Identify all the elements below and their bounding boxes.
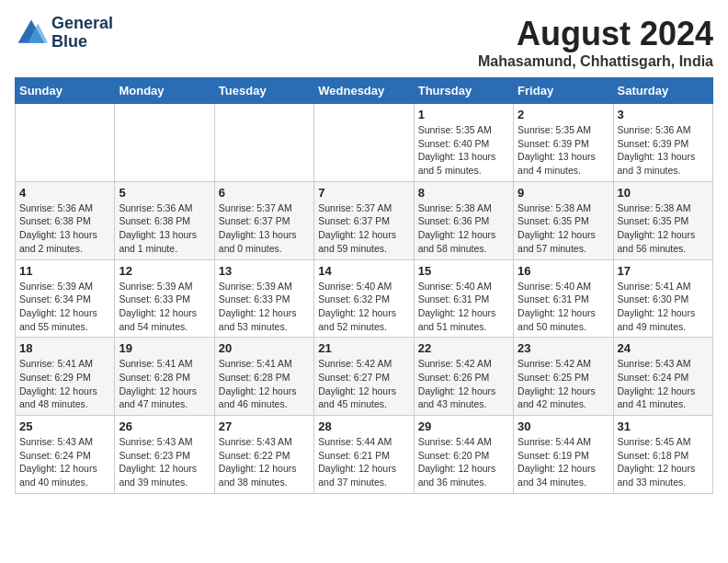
calendar-week-1: 1Sunrise: 5:35 AMSunset: 6:40 PMDaylight… (16, 104, 713, 182)
day-number: 16 (518, 264, 609, 278)
calendar-body: 1Sunrise: 5:35 AMSunset: 6:40 PMDaylight… (16, 104, 713, 494)
day-number: 2 (518, 108, 609, 121)
day-number: 25 (19, 419, 110, 433)
day-info: Sunrise: 5:37 AMSunset: 6:37 PMDaylight:… (318, 201, 409, 256)
day-number: 7 (318, 186, 409, 200)
calendar-cell (16, 104, 115, 182)
calendar-cell: 14Sunrise: 5:40 AMSunset: 6:32 PMDayligh… (314, 259, 414, 338)
logo-icon (15, 17, 48, 50)
calendar-cell: 4Sunrise: 5:36 AMSunset: 6:38 PMDaylight… (16, 181, 115, 259)
calendar-cell: 20Sunrise: 5:41 AMSunset: 6:28 PMDayligh… (214, 338, 313, 416)
calendar-cell: 10Sunrise: 5:38 AMSunset: 6:35 PMDayligh… (613, 181, 712, 259)
calendar-cell: 28Sunrise: 5:44 AMSunset: 6:21 PMDayligh… (314, 416, 414, 494)
day-info: Sunrise: 5:39 AMSunset: 6:33 PMDaylight:… (219, 280, 310, 334)
calendar-cell: 6Sunrise: 5:37 AMSunset: 6:37 PMDaylight… (214, 181, 313, 259)
calendar-cell: 26Sunrise: 5:43 AMSunset: 6:23 PMDayligh… (115, 416, 214, 494)
day-info: Sunrise: 5:37 AMSunset: 6:37 PMDaylight:… (219, 201, 310, 256)
calendar-cell: 15Sunrise: 5:40 AMSunset: 6:31 PMDayligh… (414, 259, 513, 338)
day-number: 23 (518, 341, 609, 355)
day-number: 30 (518, 419, 609, 433)
calendar-cell: 16Sunrise: 5:40 AMSunset: 6:31 PMDayligh… (514, 259, 613, 338)
day-number: 11 (19, 264, 110, 278)
day-info: Sunrise: 5:41 AMSunset: 6:30 PMDaylight:… (618, 280, 709, 334)
day-info: Sunrise: 5:42 AMSunset: 6:26 PMDaylight:… (418, 357, 509, 411)
day-info: Sunrise: 5:42 AMSunset: 6:25 PMDaylight:… (518, 357, 609, 411)
day-number: 29 (418, 419, 509, 433)
day-info: Sunrise: 5:44 AMSunset: 6:19 PMDaylight:… (518, 435, 609, 489)
day-number: 21 (318, 341, 409, 355)
day-number: 18 (19, 341, 110, 355)
day-info: Sunrise: 5:42 AMSunset: 6:27 PMDaylight:… (318, 357, 409, 411)
day-info: Sunrise: 5:36 AMSunset: 6:38 PMDaylight:… (119, 201, 210, 256)
calendar-cell: 9Sunrise: 5:38 AMSunset: 6:35 PMDaylight… (514, 181, 613, 259)
day-info: Sunrise: 5:38 AMSunset: 6:35 PMDaylight:… (518, 201, 609, 256)
day-info: Sunrise: 5:45 AMSunset: 6:18 PMDaylight:… (618, 435, 709, 489)
day-number: 31 (618, 419, 709, 433)
calendar-cell: 17Sunrise: 5:41 AMSunset: 6:30 PMDayligh… (613, 259, 712, 338)
calendar-cell: 31Sunrise: 5:45 AMSunset: 6:18 PMDayligh… (613, 416, 712, 494)
title-area: August 2024 Mahasamund, Chhattisgarh, In… (478, 15, 713, 70)
calendar-cell: 2Sunrise: 5:35 AMSunset: 6:39 PMDaylight… (514, 104, 613, 182)
calendar-cell: 19Sunrise: 5:41 AMSunset: 6:28 PMDayligh… (115, 338, 214, 416)
day-info: Sunrise: 5:41 AMSunset: 6:29 PMDaylight:… (19, 357, 110, 411)
calendar-cell (314, 104, 414, 182)
weekday-header-thursday: Thursday (414, 78, 513, 104)
calendar-cell: 24Sunrise: 5:43 AMSunset: 6:24 PMDayligh… (613, 338, 712, 416)
day-info: Sunrise: 5:41 AMSunset: 6:28 PMDaylight:… (219, 357, 310, 411)
day-info: Sunrise: 5:40 AMSunset: 6:32 PMDaylight:… (318, 280, 409, 334)
day-info: Sunrise: 5:44 AMSunset: 6:21 PMDaylight:… (318, 435, 409, 489)
day-number: 24 (618, 341, 709, 355)
day-number: 26 (119, 419, 210, 433)
weekday-header-tuesday: Tuesday (214, 78, 313, 104)
calendar-week-2: 4Sunrise: 5:36 AMSunset: 6:38 PMDaylight… (16, 181, 713, 259)
calendar-cell: 21Sunrise: 5:42 AMSunset: 6:27 PMDayligh… (314, 338, 414, 416)
day-number: 3 (618, 108, 709, 121)
day-info: Sunrise: 5:43 AMSunset: 6:22 PMDaylight:… (219, 435, 310, 489)
calendar-cell: 29Sunrise: 5:44 AMSunset: 6:20 PMDayligh… (414, 416, 513, 494)
calendar-cell: 1Sunrise: 5:35 AMSunset: 6:40 PMDaylight… (414, 104, 513, 182)
day-info: Sunrise: 5:36 AMSunset: 6:38 PMDaylight:… (19, 201, 110, 256)
calendar-cell: 22Sunrise: 5:42 AMSunset: 6:26 PMDayligh… (414, 338, 513, 416)
day-number: 6 (219, 186, 310, 200)
day-number: 17 (618, 264, 709, 278)
day-info: Sunrise: 5:43 AMSunset: 6:24 PMDaylight:… (19, 435, 110, 489)
day-number: 5 (119, 186, 210, 200)
day-number: 19 (119, 341, 210, 355)
calendar-week-4: 18Sunrise: 5:41 AMSunset: 6:29 PMDayligh… (16, 338, 713, 416)
day-info: Sunrise: 5:44 AMSunset: 6:20 PMDaylight:… (418, 435, 509, 489)
day-number: 14 (318, 264, 409, 278)
calendar-cell: 30Sunrise: 5:44 AMSunset: 6:19 PMDayligh… (514, 416, 613, 494)
day-info: Sunrise: 5:40 AMSunset: 6:31 PMDaylight:… (418, 280, 509, 334)
weekday-header-saturday: Saturday (613, 78, 712, 104)
day-info: Sunrise: 5:36 AMSunset: 6:39 PMDaylight:… (618, 123, 709, 178)
calendar-cell: 7Sunrise: 5:37 AMSunset: 6:37 PMDaylight… (314, 181, 414, 259)
day-number: 8 (418, 186, 509, 200)
main-title: August 2024 (478, 15, 713, 53)
calendar-cell: 23Sunrise: 5:42 AMSunset: 6:25 PMDayligh… (514, 338, 613, 416)
calendar-cell (214, 104, 313, 182)
calendar-cell: 3Sunrise: 5:36 AMSunset: 6:39 PMDaylight… (613, 104, 712, 182)
calendar-cell: 8Sunrise: 5:38 AMSunset: 6:36 PMDaylight… (414, 181, 513, 259)
calendar-week-5: 25Sunrise: 5:43 AMSunset: 6:24 PMDayligh… (16, 416, 713, 494)
day-info: Sunrise: 5:39 AMSunset: 6:34 PMDaylight:… (19, 280, 110, 334)
day-info: Sunrise: 5:35 AMSunset: 6:39 PMDaylight:… (518, 123, 609, 178)
weekday-header-wednesday: Wednesday (314, 78, 414, 104)
weekday-header-row: SundayMondayTuesdayWednesdayThursdayFrid… (16, 78, 713, 104)
day-info: Sunrise: 5:38 AMSunset: 6:35 PMDaylight:… (618, 201, 709, 256)
day-number: 27 (219, 419, 310, 433)
calendar-cell: 13Sunrise: 5:39 AMSunset: 6:33 PMDayligh… (214, 259, 313, 338)
day-number: 4 (19, 186, 110, 200)
calendar-cell: 25Sunrise: 5:43 AMSunset: 6:24 PMDayligh… (16, 416, 115, 494)
calendar-cell: 12Sunrise: 5:39 AMSunset: 6:33 PMDayligh… (115, 259, 214, 338)
logo: General Blue (15, 15, 113, 52)
day-number: 1 (418, 108, 509, 121)
weekday-header-monday: Monday (115, 78, 214, 104)
page-header: General Blue August 2024 Mahasamund, Chh… (15, 15, 713, 70)
weekday-header-sunday: Sunday (16, 78, 115, 104)
calendar-cell: 11Sunrise: 5:39 AMSunset: 6:34 PMDayligh… (16, 259, 115, 338)
day-number: 13 (219, 264, 310, 278)
weekday-header-friday: Friday (514, 78, 613, 104)
day-info: Sunrise: 5:40 AMSunset: 6:31 PMDaylight:… (518, 280, 609, 334)
day-info: Sunrise: 5:41 AMSunset: 6:28 PMDaylight:… (119, 357, 210, 411)
calendar-cell (115, 104, 214, 182)
